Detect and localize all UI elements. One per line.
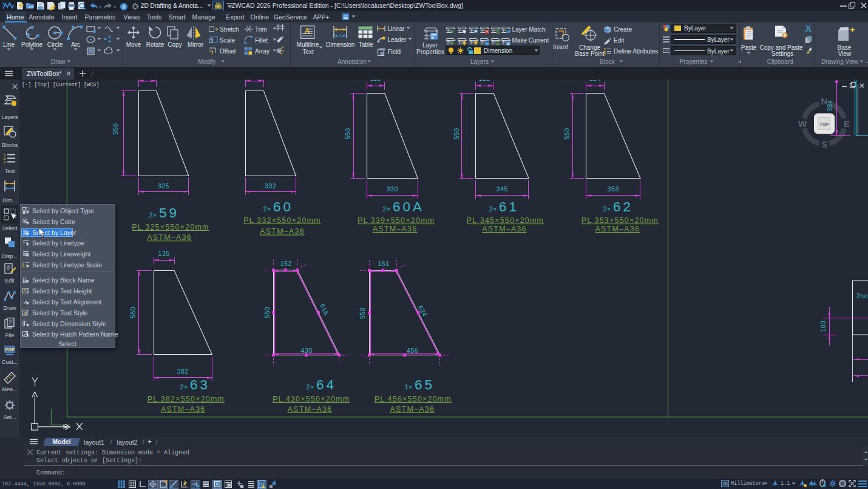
- svg-text:PL 332×550×20mm: PL 332×550×20mm: [243, 216, 320, 225]
- svg-text:135: 135: [158, 250, 170, 257]
- svg-text:550: 550: [359, 307, 366, 319]
- svg-text:325: 325: [158, 182, 169, 190]
- svg-text:60A: 60A: [393, 199, 424, 214]
- svg-text:PL 325×550×20mm: PL 325×550×20mm: [132, 223, 209, 231]
- svg-text:TOP: TOP: [819, 121, 829, 127]
- svg-text:103: 103: [819, 320, 827, 332]
- svg-text:353: 353: [608, 185, 619, 193]
- svg-text:62: 62: [613, 199, 633, 214]
- svg-text:550: 550: [344, 128, 351, 139]
- svg-text:382: 382: [177, 368, 189, 375]
- svg-text:ASTM–A36: ASTM–A36: [390, 405, 435, 414]
- svg-text:PGP: PGP: [5, 347, 15, 352]
- svg-text:PL 345×550×20mm: PL 345×550×20mm: [467, 216, 544, 225]
- svg-text:3: 3: [4, 160, 6, 164]
- svg-text:64: 64: [316, 377, 336, 392]
- svg-text:550: 550: [263, 307, 271, 318]
- svg-text:65: 65: [415, 377, 435, 392]
- svg-text:2×: 2×: [382, 205, 391, 213]
- svg-text:61: 61: [499, 199, 519, 214]
- svg-text:2×: 2×: [263, 205, 271, 213]
- svg-text:PL 456×550×20mm: PL 456×550×20mm: [375, 395, 452, 403]
- svg-text:430: 430: [300, 347, 312, 354]
- svg-text:ASTM–A36: ASTM–A36: [595, 225, 640, 233]
- svg-text:PL 353×550×20mm: PL 353×550×20mm: [581, 216, 659, 225]
- svg-text:ASTM–A36: ASTM–A36: [288, 405, 333, 414]
- svg-text:345: 345: [497, 185, 508, 193]
- svg-text:A: A: [23, 289, 26, 293]
- svg-text:550: 550: [112, 123, 119, 135]
- svg-text:PL 382×550×20mm: PL 382×550×20mm: [147, 395, 225, 403]
- svg-text:ASTM–A36: ASTM–A36: [373, 225, 418, 233]
- svg-text:550: 550: [129, 307, 137, 318]
- svg-text:[-] [Top] [Current] [WCS]: [-] [Top] [Current] [WCS]: [22, 82, 100, 88]
- svg-text:152: 152: [280, 260, 292, 267]
- svg-text:E: E: [844, 118, 850, 129]
- svg-text:2×: 2×: [306, 383, 314, 391]
- svg-text:2×: 2×: [489, 205, 497, 213]
- svg-text:332: 332: [265, 182, 276, 190]
- svg-text:616: 616: [319, 303, 330, 316]
- svg-text:2×: 2×: [180, 383, 188, 391]
- svg-text:550: 550: [563, 128, 571, 139]
- svg-text:W: W: [798, 118, 807, 129]
- svg-text:ASTM–A36: ASTM–A36: [147, 233, 192, 242]
- svg-text:2×: 2×: [149, 211, 157, 219]
- svg-text:·A·: ·A·: [22, 299, 29, 305]
- svg-text:1×: 1×: [404, 383, 413, 391]
- svg-text:ASTM–A36: ASTM–A36: [482, 225, 527, 233]
- svg-text:456: 456: [407, 347, 418, 354]
- svg-text:2no: 2no: [856, 292, 868, 299]
- svg-text:PL 339×550×20mm: PL 339×550×20mm: [358, 216, 435, 225]
- svg-text:PL 430×550×20mm: PL 430×550×20mm: [273, 395, 350, 403]
- svg-text:124: 124: [589, 80, 601, 82]
- svg-text:113: 113: [370, 80, 381, 82]
- svg-text:2×: 2×: [603, 205, 611, 213]
- svg-text:60: 60: [273, 199, 293, 214]
- svg-text:?: ?: [122, 4, 126, 10]
- svg-text:161: 161: [378, 260, 389, 267]
- svg-text:550: 550: [453, 128, 460, 139]
- svg-text:59: 59: [159, 205, 179, 221]
- svg-text:394: 394: [826, 100, 833, 111]
- svg-text:63: 63: [190, 377, 210, 392]
- svg-text:330: 330: [387, 185, 398, 193]
- svg-text:S: S: [821, 139, 827, 149]
- svg-text:ASTM–A36: ASTM–A36: [260, 227, 305, 236]
- svg-text:122: 122: [479, 80, 490, 82]
- svg-text:ASTM–A36: ASTM–A36: [161, 405, 206, 414]
